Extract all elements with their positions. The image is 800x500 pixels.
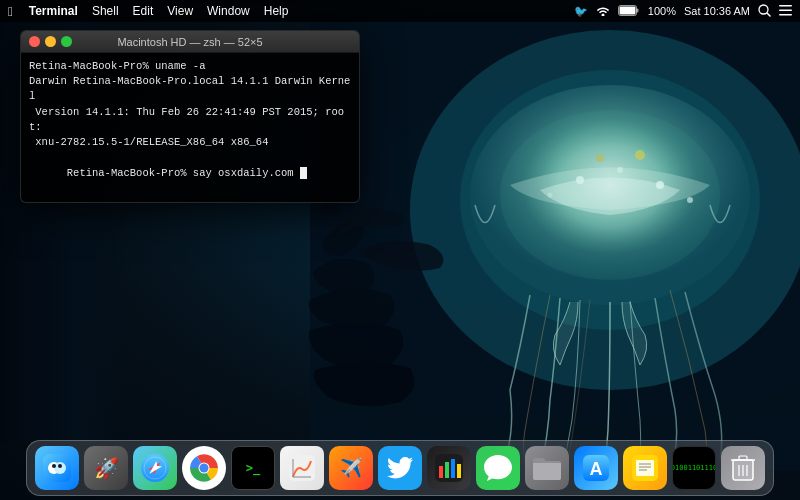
dock-item-notes[interactable]	[623, 446, 667, 490]
window-menu[interactable]: Window	[207, 4, 250, 18]
svg-rect-37	[445, 462, 449, 478]
wifi-icon[interactable]	[596, 5, 610, 18]
hamburger-menu-icon[interactable]	[779, 5, 792, 18]
battery-icon[interactable]	[618, 5, 640, 18]
svg-rect-19	[779, 14, 792, 16]
svg-point-11	[596, 154, 604, 162]
dock-item-terminal[interactable]: >_	[231, 446, 275, 490]
svg-point-10	[635, 150, 645, 160]
dock: 🚀 >_ ✈️ A 01101 10010 01101 11010	[26, 440, 774, 496]
datetime[interactable]: Sat 10:36 AM	[684, 5, 750, 17]
minimize-button[interactable]	[45, 36, 56, 47]
dock-item-matrix[interactable]: 01101 10010 01101 11010 00101	[672, 446, 716, 490]
terminal-titlebar: Macintosh HD — zsh — 52×5	[21, 31, 359, 53]
close-button[interactable]	[29, 36, 40, 47]
terminal-title: Macintosh HD — zsh — 52×5	[117, 36, 262, 48]
app-name-menu[interactable]: Terminal	[29, 4, 78, 18]
svg-line-16	[767, 13, 770, 16]
menubar:  Terminal Shell Edit View Window Help 🐦…	[0, 0, 800, 22]
svg-point-23	[52, 464, 56, 468]
svg-point-7	[656, 181, 664, 189]
svg-point-8	[548, 193, 553, 198]
dock-item-paperdraft[interactable]: ✈️	[329, 446, 373, 490]
apple-menu[interactable]: 	[8, 4, 13, 19]
dock-item-messages[interactable]	[476, 446, 520, 490]
dock-item-folder[interactable]	[525, 446, 569, 490]
svg-rect-17	[779, 5, 792, 7]
svg-point-9	[687, 197, 693, 203]
dock-item-trash[interactable]	[721, 446, 765, 490]
svg-rect-39	[457, 464, 461, 478]
terminal-cursor	[300, 167, 307, 179]
edit-menu[interactable]: Edit	[133, 4, 154, 18]
terminal-window[interactable]: Macintosh HD — zsh — 52×5 Retina-MacBook…	[20, 30, 360, 203]
twitter-status-icon[interactable]: 🐦	[574, 5, 588, 18]
terminal-body[interactable]: Retina-MacBook-Pro% uname -a Darwin Reti…	[21, 53, 359, 202]
dock-item-launchpad[interactable]: 🚀	[84, 446, 128, 490]
svg-rect-18	[779, 9, 792, 11]
svg-point-24	[58, 464, 62, 468]
dock-item-instruments[interactable]	[427, 446, 471, 490]
dock-item-finder[interactable]	[35, 446, 79, 490]
search-icon[interactable]	[758, 4, 771, 19]
terminal-line-5: Retina-MacBook-Pro% say osxdaily.com	[29, 150, 351, 196]
dock-item-grapher[interactable]	[280, 446, 324, 490]
svg-text:A: A	[590, 459, 603, 479]
terminal-line-3: Version 14.1.1: Thu Feb 26 22:41:49 PST …	[29, 105, 351, 135]
jellyfish-image	[300, 10, 800, 470]
view-menu[interactable]: View	[167, 4, 193, 18]
svg-rect-36	[439, 466, 443, 478]
svg-point-31	[200, 464, 209, 473]
svg-rect-43	[636, 460, 654, 476]
dock-item-appstore[interactable]: A	[574, 446, 618, 490]
terminal-line-4: xnu-2782.15.5-1/RELEASE_X86_64 x86_64	[29, 135, 351, 150]
svg-rect-13	[619, 6, 635, 14]
maximize-button[interactable]	[61, 36, 72, 47]
window-controls[interactable]	[29, 36, 72, 47]
dock-item-chrome[interactable]	[182, 446, 226, 490]
svg-rect-38	[451, 459, 455, 478]
svg-point-5	[576, 176, 584, 184]
svg-point-6	[617, 167, 623, 173]
help-menu[interactable]: Help	[264, 4, 289, 18]
shell-menu[interactable]: Shell	[92, 4, 119, 18]
terminal-line-2: Darwin Retina-MacBook-Pro.local 14.1.1 D…	[29, 74, 351, 104]
battery-percent: 100%	[648, 5, 676, 17]
terminal-line-1: Retina-MacBook-Pro% uname -a	[29, 59, 351, 74]
svg-rect-14	[636, 8, 638, 12]
dock-item-twitter[interactable]	[378, 446, 422, 490]
dock-item-safari[interactable]	[133, 446, 177, 490]
